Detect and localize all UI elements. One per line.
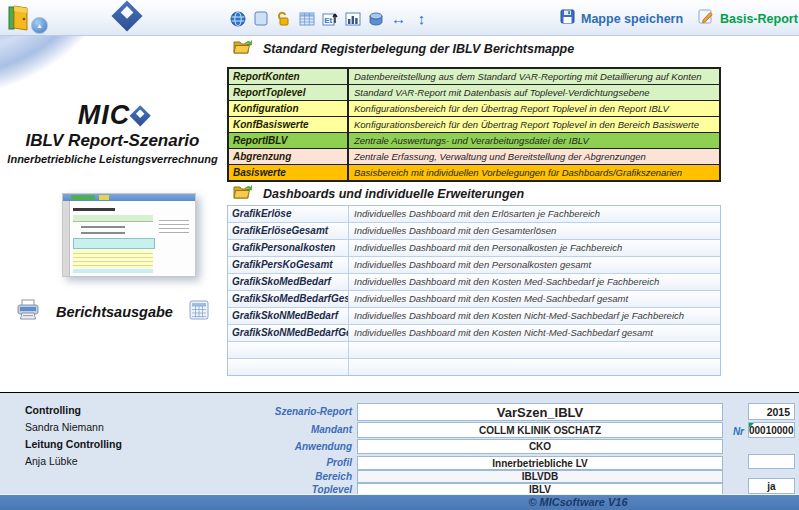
register-row[interactable]: ReportIBLV Zentrale Auswertungs- und Ver…	[229, 133, 719, 149]
field-szenario-report[interactable]: VarSzen_IBLV	[357, 403, 723, 421]
field-toplevel-flag[interactable]: ja	[748, 478, 795, 494]
register-table: ReportKonten Datenbereitstellung aus dem…	[227, 67, 721, 182]
field-anwendung[interactable]: CKO	[357, 439, 723, 454]
excel-export-icon[interactable]: Et	[321, 10, 338, 27]
dashboard-description: Individuelles Dashboard mit den Kosten N…	[349, 308, 720, 324]
scenario-panel: Controlling Sandra Niemann Leitung Contr…	[0, 392, 799, 494]
document-icon[interactable]	[252, 10, 269, 27]
dashboard-description: Individuelles Dashboard mit den Kosten M…	[349, 274, 720, 290]
dashboard-row[interactable]: GrafikErlöseGesamt Individuelles Dashboa…	[228, 223, 720, 240]
open-folder-icon	[233, 39, 252, 59]
toolbar: Et ↔ ↕	[229, 10, 430, 27]
contact-role: Controlling	[25, 404, 81, 416]
field-profil[interactable]: Innerbetriebliche LV	[357, 456, 723, 470]
section-title: Dashboards und individuelle Erweiterunge…	[263, 187, 524, 201]
dashboard-row[interactable]: GrafikPersonalkosten Individuelles Dashb…	[228, 240, 720, 257]
save-workbook-button[interactable]: Mappe speichern	[560, 9, 683, 28]
field-year[interactable]: 2015	[748, 403, 795, 420]
register-name: ReportKonten	[229, 69, 349, 84]
dashboard-name	[228, 359, 349, 375]
iblv-report-szenario-window: ▲ Et ↔ ↕ Mappe speichern	[0, 0, 799, 510]
dashboard-description: Individuelles Dashboard mit den Kosten N…	[349, 325, 720, 341]
dashboard-row[interactable]: GrafikErlöse Individuelles Dashboard mit…	[228, 206, 720, 223]
register-row[interactable]: Abgrenzung Zentrale Erfassung, Verwaltun…	[229, 149, 719, 165]
app-title: IBLV Report-Szenario	[0, 130, 225, 152]
register-name: Abgrenzung	[229, 149, 349, 164]
dashboard-name: GrafikSkoNMedBedarfGes	[228, 325, 349, 341]
open-folder-icon	[233, 184, 252, 204]
register-description: Konfigurationsbereich für den Übertrag R…	[349, 101, 719, 116]
save-workbook-label: Mappe speichern	[581, 12, 683, 26]
mic-diamond-icon	[130, 105, 151, 126]
basis-report-button[interactable]: Basis-Report	[698, 9, 798, 28]
copyright-text: © MICsoftware V16	[357, 495, 799, 510]
register-name: Konfiguration	[229, 101, 349, 116]
register-row[interactable]: KonfBasiswerte Konfigurationsbereich für…	[229, 117, 719, 133]
register-description: Zentrale Erfassung, Verwaltung und Berei…	[349, 149, 719, 164]
field-label-szenario-report: Szenario-Report	[170, 403, 352, 420]
field-label-profil: Profil	[170, 456, 352, 470]
section-header-register: Standard Registerbelegung der IBLV Beric…	[233, 39, 574, 59]
dashboard-description: Individuelles Dashboard mit den Gesamter…	[349, 223, 720, 239]
dashboard-table: GrafikErlöse Individuelles Dashboard mit…	[227, 205, 721, 376]
exit-door-icon[interactable]	[8, 5, 32, 31]
dashboard-row[interactable]: GrafikSkoMedBedarf Individuelles Dashboa…	[228, 274, 720, 291]
dashboard-name: GrafikSkoMedBedarf	[228, 274, 349, 290]
register-description: Zentrale Auswertungs- und Verarbeitungsd…	[349, 133, 719, 148]
register-description: Standard VAR-Report mit Datenbasis auf T…	[349, 85, 719, 100]
contact-person: Anja Lübke	[25, 455, 78, 467]
dashboard-description	[349, 359, 720, 375]
unlock-icon[interactable]	[275, 10, 292, 27]
register-name: Basiswerte	[229, 165, 349, 180]
field-mandant[interactable]: COLLM KLINIK OSCHATZ	[357, 422, 723, 438]
register-row[interactable]: Konfiguration Konfigurationsbereich für …	[229, 101, 719, 117]
dashboard-description: Individuelles Dashboard mit den Erlösart…	[349, 206, 720, 222]
sidebar-branding: MIC IBLV Report-Szenario Innerbetrieblic…	[0, 100, 225, 167]
dashboard-row[interactable]	[228, 342, 720, 359]
collapse-up-button[interactable]: ▲	[31, 17, 48, 34]
dashboard-row[interactable]: GrafikPersKoGesamt Individuelles Dashboa…	[228, 257, 720, 274]
table-grid-icon[interactable]	[298, 10, 315, 27]
database-icon[interactable]	[367, 10, 384, 27]
printer-icon[interactable]	[16, 299, 40, 326]
report-output-row: Berichtsausgabe	[0, 298, 225, 326]
footer-bar: © MICsoftware V16	[0, 494, 799, 510]
dashboard-name	[228, 342, 349, 358]
dashboard-row[interactable]: GrafikSkoNMedBedarfGes Individuelles Das…	[228, 325, 720, 342]
field-nr[interactable]: 00010000	[748, 422, 795, 438]
register-name: ReportIBLV	[229, 133, 349, 148]
svg-text:Et: Et	[324, 16, 332, 25]
register-row[interactable]: ReportKonten Datenbereitstellung aus dem…	[229, 69, 719, 85]
register-row[interactable]: ReportToplevel Standard VAR-Report mit D…	[229, 85, 719, 101]
globe-icon[interactable]	[229, 10, 246, 27]
field-bereich[interactable]: IBLVDB	[357, 470, 723, 483]
dashboard-row[interactable]: GrafikSkoMedBedarfGes Individuelles Dash…	[228, 291, 720, 308]
dashboard-row[interactable]	[228, 359, 720, 375]
basis-report-label: Basis-Report	[720, 12, 798, 26]
chart-icon[interactable]	[344, 10, 361, 27]
report-preview-thumbnail	[62, 193, 196, 277]
calendar-grid-icon[interactable]	[189, 300, 209, 324]
dashboard-description: Individuelles Dashboard mit den Kosten M…	[349, 291, 720, 307]
dashboard-name: GrafikErlöseGesamt	[228, 223, 349, 239]
section-header-dashboards: Dashboards und individuelle Erweiterunge…	[233, 184, 524, 204]
dashboard-name: GrafikErlöse	[228, 206, 349, 222]
dashboard-name: GrafikPersonalkosten	[228, 240, 349, 256]
register-row[interactable]: Basiswerte Basisbereich mit individuelle…	[229, 165, 719, 180]
app-subtitle: Innerbetriebliche Leistungsverrechnung	[0, 152, 225, 167]
register-description: Basisbereich mit individuellen Vorbelegu…	[349, 165, 719, 180]
dashboard-description	[349, 342, 720, 358]
floppy-icon	[560, 9, 575, 28]
dashboard-description: Individuelles Dashboard mit den Personal…	[349, 240, 720, 256]
edit-report-icon	[698, 9, 714, 28]
swap-vertical-icon[interactable]: ↕	[413, 10, 430, 27]
dashboard-name: GrafikSkoMedBedarfGes	[228, 291, 349, 307]
dashboard-name: GrafikSkoNMedBedarf	[228, 308, 349, 324]
field-empty[interactable]	[748, 454, 795, 469]
dashboard-row[interactable]: GrafikSkoNMedBedarf Individuelles Dashbo…	[228, 308, 720, 325]
dashboard-name: GrafikPersKoGesamt	[228, 257, 349, 273]
register-name: KonfBasiswerte	[229, 117, 349, 132]
register-name: ReportToplevel	[229, 85, 349, 100]
swap-horizontal-icon[interactable]: ↔	[390, 10, 407, 27]
nr-label: Nr	[712, 424, 744, 440]
